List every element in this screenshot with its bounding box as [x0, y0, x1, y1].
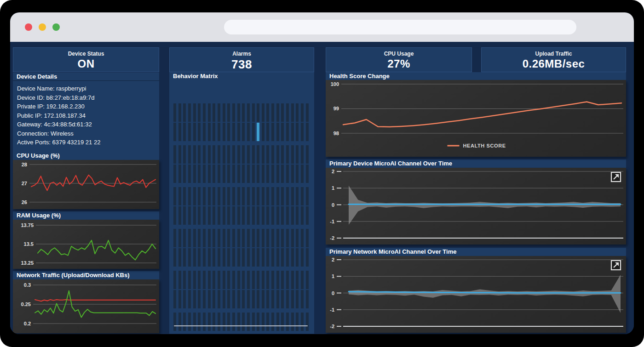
behavior-matrix-cell	[242, 165, 245, 183]
behavior-matrix-cell	[276, 123, 279, 141]
behavior-matrix-cell	[286, 248, 289, 267]
behavior-matrix-cell	[198, 145, 201, 164]
behavior-matrix-cell	[213, 248, 215, 267]
left-column: Device Status ON Device Details Device N…	[13, 42, 159, 333]
behavior-matrix-cell	[218, 145, 220, 164]
behavior-matrix-cell	[223, 229, 225, 247]
behavior-matrix-cell	[252, 165, 255, 183]
device-channel-title: Primary Device MicroAI Channel Over Time	[326, 159, 626, 168]
behavior-matrix-cell	[252, 229, 255, 247]
behavior-matrix-cell	[227, 248, 230, 267]
behavior-matrix-grid[interactable]	[173, 103, 309, 332]
behavior-matrix-cell	[183, 165, 186, 183]
behavior-matrix-cell	[237, 229, 240, 247]
behavior-matrix-cell	[306, 187, 309, 205]
behavior-matrix-cell	[301, 165, 304, 183]
behavior-matrix-cell	[178, 248, 181, 267]
behavior-matrix-cell	[281, 206, 284, 225]
behavior-matrix-cell	[286, 145, 289, 164]
behavior-matrix-cell	[183, 248, 186, 267]
behavior-matrix-row	[173, 103, 309, 122]
behavior-matrix-cell	[257, 290, 259, 308]
expand-icon[interactable]	[610, 171, 621, 182]
behavior-matrix-cell	[232, 229, 235, 247]
behavior-matrix-cell	[203, 229, 206, 247]
behavior-matrix-cell	[237, 187, 240, 205]
behavior-matrix-row	[173, 229, 309, 247]
behavior-matrix-cell	[286, 290, 289, 308]
behavior-matrix-cell	[271, 165, 274, 183]
behavior-matrix-cell	[262, 145, 264, 164]
behavior-matrix-cell	[188, 165, 191, 183]
behavior-matrix-cell	[218, 187, 220, 205]
behavior-matrix-cell	[262, 123, 264, 141]
behavior-matrix-cell	[232, 248, 235, 267]
behavior-matrix-cell	[198, 123, 201, 141]
maximize-window-button[interactable]	[52, 23, 60, 31]
behavior-matrix-cell	[266, 187, 269, 205]
behavior-matrix-cell	[208, 145, 211, 164]
behavior-matrix-cell	[237, 271, 240, 289]
behavior-matrix-cell	[178, 229, 181, 247]
right-stat-row: CPU Usage 27% Upload Traffic 0.26MB/sec	[326, 42, 626, 72]
svg-text:-1: -1	[330, 307, 334, 313]
behavior-matrix-cell	[237, 206, 240, 225]
behavior-matrix-cell	[286, 187, 289, 205]
behavior-matrix-cell	[203, 271, 206, 289]
behavior-matrix-cell	[218, 248, 220, 267]
browser-chrome	[10, 12, 634, 42]
behavior-matrix-row	[173, 206, 309, 225]
device-details-title: Device Details	[13, 73, 159, 81]
ram-chart-title: RAM Usage (%)	[13, 211, 159, 220]
behavior-matrix-cell	[281, 165, 284, 183]
behavior-matrix-cell	[223, 290, 225, 308]
behavior-matrix-cell	[188, 229, 191, 247]
behavior-matrix-cell	[227, 206, 230, 225]
svg-text:-2: -2	[330, 324, 334, 329]
behavior-matrix-cell	[247, 103, 250, 122]
behavior-matrix-cell	[232, 271, 235, 289]
behavior-matrix-cell	[252, 271, 255, 289]
behavior-matrix-cell	[252, 248, 255, 267]
behavior-matrix-cell	[276, 229, 279, 247]
svg-text:1: 1	[332, 273, 334, 279]
minimize-window-button[interactable]	[39, 23, 46, 31]
device-detail-line: Gateway: 4c:34:88:5d:61:32	[17, 120, 159, 129]
network-channel-title: Primary Network MicroAI Channel Over Tim…	[326, 248, 626, 256]
behavior-matrix-cell	[208, 313, 211, 331]
health-score-chart: 1009998HEALTH SCORE	[326, 80, 626, 157]
behavior-matrix-cell	[173, 271, 176, 289]
behavior-matrix-cell	[213, 290, 215, 308]
behavior-matrix-row	[173, 271, 309, 289]
behavior-matrix-cell	[178, 145, 181, 164]
behavior-matrix-cell	[286, 206, 289, 225]
expand-icon[interactable]	[610, 260, 621, 271]
behavior-matrix-cell	[291, 123, 294, 141]
behavior-matrix-cell	[257, 187, 259, 205]
close-window-button[interactable]	[25, 23, 32, 31]
behavior-matrix-cell	[271, 229, 274, 247]
behavior-matrix-cell	[296, 103, 299, 122]
behavior-matrix-cell	[247, 206, 250, 225]
address-bar[interactable]	[224, 20, 576, 34]
behavior-matrix-cell	[178, 271, 181, 289]
behavior-matrix-cell	[306, 229, 309, 247]
behavior-matrix-cell	[301, 229, 304, 247]
behavior-matrix-cell	[301, 271, 304, 289]
behavior-matrix-cell	[271, 187, 274, 205]
behavior-matrix-cell	[208, 206, 211, 225]
behavior-matrix-cell	[193, 271, 196, 289]
behavior-matrix-cell	[247, 145, 250, 164]
behavior-matrix-cell	[223, 103, 225, 122]
behavior-matrix-cell	[218, 206, 220, 225]
behavior-matrix-cell	[291, 145, 294, 164]
behavior-matrix-cell	[227, 165, 230, 183]
behavior-matrix-cell	[208, 165, 211, 183]
behavior-matrix-cell	[247, 229, 250, 247]
health-score-title: Health Score Change	[326, 72, 626, 80]
device-status-label: Device Status	[13, 51, 159, 57]
behavior-matrix-cell	[213, 187, 215, 205]
behavior-matrix-cell	[227, 313, 230, 331]
behavior-matrix-cell	[276, 145, 279, 164]
upload-traffic-panel: Upload Traffic 0.26MB/sec	[481, 47, 626, 72]
